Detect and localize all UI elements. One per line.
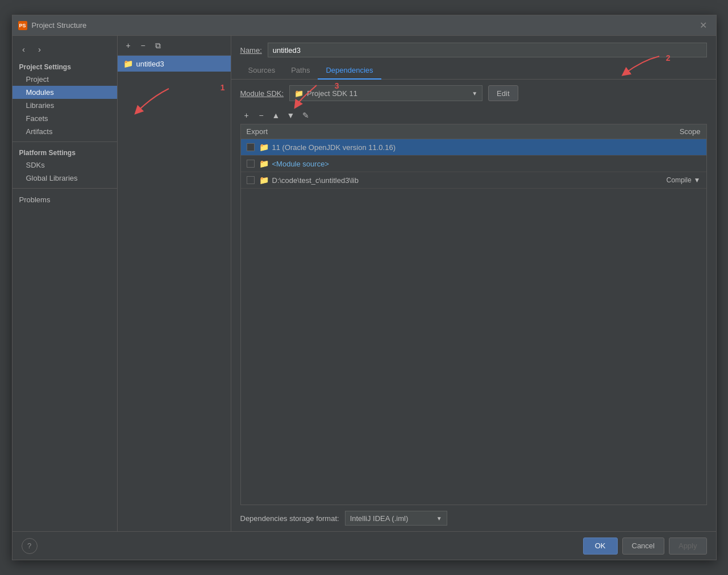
col-header-scope: Scope — [644, 127, 701, 136]
dep-add-button[interactable]: + — [240, 109, 253, 122]
help-button[interactable]: ? — [22, 538, 38, 554]
dep-checkbox-sdk[interactable] — [247, 143, 255, 151]
sidebar-item-libraries[interactable]: Libraries — [13, 99, 117, 112]
storage-label: Dependencies storage format: — [240, 514, 339, 523]
dep-row-sdk[interactable]: 📁 11 (Oracle OpenJDK version 11.0.16) — [241, 139, 706, 156]
dep-scope-arrow[interactable]: ▼ — [694, 176, 701, 184]
dep-row-module-src[interactable]: 📁 <Module source> — [241, 156, 706, 172]
sidebar-item-project[interactable]: Project — [13, 73, 117, 86]
dep-lib-scope: Compile — [667, 176, 692, 184]
dep-move-down-button[interactable]: ▼ — [285, 109, 297, 122]
dep-edit-button[interactable]: ✎ — [299, 109, 312, 122]
sdk-folder-icon: 📁 — [294, 89, 303, 98]
project-settings-label: Project Settings — [13, 60, 117, 73]
tab-paths[interactable]: Paths — [283, 62, 318, 80]
dep-move-up-button[interactable]: ▲ — [270, 109, 282, 122]
dep-lib-name: D:\code\test_c\untitled3\lib — [272, 176, 644, 185]
tab-dependencies[interactable]: Dependencies — [318, 62, 381, 80]
col-header-name — [292, 127, 644, 136]
cancel-button[interactable]: Cancel — [622, 538, 664, 555]
tab-sources[interactable]: Sources — [240, 62, 284, 80]
dep-checkbox-module-src[interactable] — [247, 160, 255, 168]
module-item-untitled3[interactable]: 📁 untitled3 — [118, 56, 231, 72]
module-remove-button[interactable]: − — [137, 39, 149, 52]
sidebar-item-global-libraries[interactable]: Global Libraries — [13, 172, 117, 185]
app-icon: PS — [18, 21, 27, 30]
edit-sdk-button[interactable]: Edit — [488, 85, 518, 101]
sidebar-item-facets[interactable]: Facets — [13, 112, 117, 125]
sdk-dropdown[interactable]: 📁 Project SDK 11 ▼ — [289, 85, 482, 101]
dialog-title: Project Structure — [32, 21, 696, 30]
sidebar-item-modules[interactable]: Modules — [13, 86, 117, 99]
module-add-button[interactable]: + — [122, 39, 135, 52]
dep-module-src-folder-icon: 📁 — [259, 159, 269, 168]
name-input[interactable] — [268, 43, 707, 57]
sidebar-item-artifacts[interactable]: Artifacts — [13, 125, 117, 138]
storage-value: IntelliJ IDEA (.iml) — [350, 514, 409, 523]
apply-button[interactable]: Apply — [669, 538, 707, 555]
dep-lib-folder-icon: 📁 — [259, 176, 269, 185]
sidebar-item-problems[interactable]: Problems — [13, 192, 117, 207]
module-folder-icon: 📁 — [123, 59, 133, 68]
dep-checkbox-lib[interactable] — [247, 176, 255, 184]
sdk-value: Project SDK 11 — [307, 89, 357, 98]
storage-dropdown-arrow: ▼ — [436, 515, 442, 522]
ok-button[interactable]: OK — [583, 538, 618, 555]
annotation-1: 1 — [221, 83, 225, 92]
sidebar-item-sdks[interactable]: SDKs — [13, 159, 117, 172]
module-name: untitled3 — [136, 60, 164, 68]
name-label: Name: — [240, 46, 262, 55]
nav-forward-button[interactable]: › — [33, 43, 47, 55]
sdk-label: Module SDK: — [240, 89, 284, 98]
sdk-dropdown-arrow: ▼ — [472, 90, 477, 97]
dep-module-src-name: <Module source> — [272, 160, 701, 168]
col-header-export: Export — [247, 127, 292, 136]
nav-back-button[interactable]: ‹ — [17, 43, 31, 55]
dep-sdk-name: 11 (Oracle OpenJDK version 11.0.16) — [272, 143, 701, 152]
module-copy-button[interactable]: ⧉ — [152, 39, 164, 52]
platform-settings-label: Platform Settings — [13, 145, 117, 159]
storage-dropdown[interactable]: IntelliJ IDEA (.iml) ▼ — [345, 511, 447, 526]
dep-sdk-folder-icon: 📁 — [259, 143, 269, 152]
dep-row-lib[interactable]: 📁 D:\code\test_c\untitled3\lib Compile ▼ — [241, 172, 706, 189]
close-button[interactable]: ✕ — [696, 19, 710, 32]
dep-remove-button[interactable]: − — [255, 109, 268, 122]
